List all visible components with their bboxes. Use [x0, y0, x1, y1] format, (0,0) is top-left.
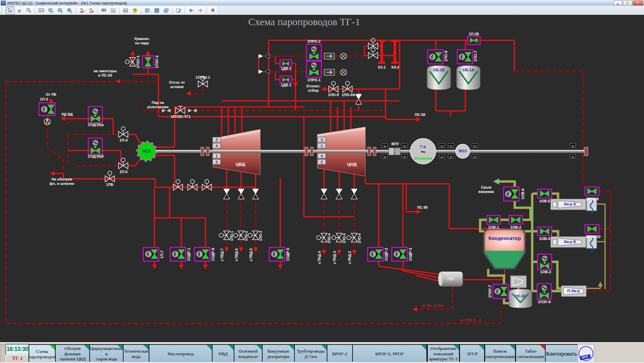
- tab-masloprovod[interactable]: Маслопровод: [149, 344, 213, 363]
- zoom-region-button[interactable]: [46, 6, 55, 14]
- tab-obogrev-flantsev[interactable]: Обогрев фланцев -шпилек ЦВД: [55, 344, 90, 363]
- valve-1ov4[interactable]: [540, 229, 549, 234]
- valve-1ov5[interactable]: [540, 191, 549, 196]
- tab-tsirkulyatsionnaya[interactable]: Циркуляционная и сырая вода: [89, 344, 124, 363]
- print-button[interactable]: [121, 6, 130, 14]
- select-cursor-button[interactable]: [6, 6, 14, 14]
- label-1pd39a: 1ПД(39)а: [88, 123, 104, 127]
- krug-logo-ring: КРУГ: [579, 346, 593, 361]
- krug-logo-button[interactable]: КРУГ: [578, 344, 594, 363]
- valve-1peu2[interactable]: [145, 57, 151, 66]
- label-1p7: 1П-7: [160, 250, 164, 258]
- label-kondensator: Конденсатор: [489, 235, 521, 241]
- valve-1ov1[interactable]: [489, 217, 498, 223]
- pipe-network: ω: [0, 15, 644, 342]
- tab-egsr[interactable]: ЭГСР: [459, 344, 485, 363]
- valve-1po5[interactable]: [332, 233, 342, 242]
- label-vpu: ВПУ: [392, 142, 399, 146]
- pan-hand-button[interactable]: [15, 6, 24, 14]
- back-button[interactable]: [187, 6, 195, 14]
- label-uravnit: Уравнит. по пару: [134, 37, 150, 45]
- find-button[interactable]: [99, 6, 108, 14]
- vacuum-break-arrow: [494, 179, 499, 184]
- label-ps50: ПС-50: [415, 113, 425, 117]
- tab-shema-paroprovodov[interactable]: Схема паропроводов: [29, 344, 56, 363]
- user-logout-button[interactable]: [87, 6, 96, 14]
- valve-drain-b[interactable]: [188, 179, 197, 190]
- valve-1ov2[interactable]: [511, 217, 520, 223]
- tab-brou2[interactable]: БРОУ-2: [327, 344, 353, 363]
- valve-1pd39a[interactable]: [91, 116, 100, 121]
- valve-1p5[interactable]: [119, 158, 128, 169]
- tab-pvd[interactable]: ПВД: [212, 344, 234, 363]
- valve-1pd39b[interactable]: [91, 148, 100, 153]
- valve-hz2-feed[interactable]: [368, 48, 378, 58]
- valve-1po3[interactable]: [248, 231, 259, 240]
- tab-tablo-signalizatsii[interactable]: Табло сигнализации: [515, 344, 546, 363]
- zoom-in-button[interactable]: [65, 6, 74, 14]
- forward-button[interactable]: [196, 6, 205, 14]
- valve-1po6[interactable]: [347, 233, 357, 242]
- label-1opsh1: 1ОПШ-1: [195, 75, 210, 80]
- tab-panel-sinhronizatsii[interactable]: Панель синхронизации: [485, 344, 516, 363]
- zoom-out-button[interactable]: [56, 6, 64, 14]
- ps50-heater[interactable]: [509, 276, 532, 308]
- label-na-ezhektory: на эжекторы и ПС-50: [93, 69, 117, 78]
- svg-text:2: 2: [321, 160, 323, 164]
- tab-osnovnoy-kondensat[interactable]: Основной конденсат: [234, 344, 263, 363]
- label-1peu8: 1ПЭУ-8: [538, 300, 551, 304]
- valve-1ov3[interactable]: [540, 263, 549, 269]
- label-1po2: 1ПО-2: [244, 231, 248, 241]
- valve-1pro2[interactable]: [310, 54, 318, 59]
- tab-otobrazhenie-armatury[interactable]: Отображение показаний арматуры ТГ-1: [427, 344, 460, 363]
- zoom-tool-button[interactable]: [25, 6, 33, 14]
- r-mode-button[interactable]: R: [209, 6, 217, 14]
- valve-1po9[interactable]: [329, 81, 338, 92]
- zoom-1to1-button[interactable]: 1:1: [37, 6, 46, 14]
- valve-drain-c[interactable]: [202, 179, 212, 190]
- label-1odr2: 1ОДР-2: [384, 248, 388, 261]
- valve-1peu10[interactable]: [588, 226, 596, 232]
- valve-1pb[interactable]: [105, 171, 114, 182]
- valve-1po1[interactable]: [219, 231, 230, 240]
- user-login-button[interactable]: [78, 6, 86, 14]
- label-1po6: 1ПО-6: [358, 233, 362, 243]
- tab-brou6-rrou[interactable]: БРОУ-6, РРОУ: [352, 344, 427, 363]
- help-button[interactable]: ?: [131, 6, 139, 14]
- valve-1peu9[interactable]: [588, 189, 596, 194]
- valve-1dv1[interactable]: [283, 78, 289, 82]
- label-hz2: ХЗ-2: [391, 65, 399, 70]
- find-number-button[interactable]: №: [109, 6, 118, 14]
- valve-1po9a[interactable]: [343, 81, 352, 92]
- label-1dv2: 1ДВ-2: [281, 67, 291, 71]
- maximize-button[interactable]: ▢: [623, 0, 632, 6]
- acknowledge-button[interactable]: Квитировать: [545, 344, 578, 363]
- label-rd-vd: РД ВД: [61, 112, 73, 117]
- label-1pb: 1ПБ: [106, 183, 113, 187]
- cascade-windows-button[interactable]: [162, 6, 171, 14]
- valve-1p28[interactable]: [470, 38, 477, 43]
- valve-1peu1[interactable]: [125, 57, 136, 66]
- label-k-pvd7: к ПВД-7: [220, 248, 224, 261]
- close-button[interactable]: ✕: [633, 0, 643, 6]
- valve-1dv2[interactable]: [283, 62, 289, 66]
- tab-vakuumnye-deaeratory[interactable]: Вакуумные деаэраторы: [262, 344, 295, 363]
- taskbar-edge-panel: [1, 344, 4, 363]
- svg-text:?: ?: [134, 9, 136, 12]
- tab-truboprovody-d7ata[interactable]: Трубопроводы Д-7ата: [294, 344, 327, 363]
- tab-tehnicheskaya-voda[interactable]: Техническая вода: [123, 344, 149, 363]
- edit-mode-button[interactable]: [174, 6, 183, 14]
- label-ezhector-b: Эж-р Б: [563, 240, 576, 244]
- valve-1p4[interactable]: [119, 127, 128, 137]
- valve-1po2[interactable]: [234, 231, 244, 240]
- valve-1pro1[interactable]: [310, 70, 318, 75]
- label-k-pnd4: к ПНД-4: [318, 251, 322, 264]
- tile-vertical-button[interactable]: [143, 6, 152, 14]
- check-valve-heating: [356, 94, 362, 104]
- valve-1po4[interactable]: [317, 233, 327, 242]
- toolbar-grip[interactable]: [1, 7, 4, 14]
- minimize-button[interactable]: ▁: [613, 0, 623, 6]
- tile-horizontal-button[interactable]: [152, 6, 161, 14]
- valve-1peu8[interactable]: [540, 293, 549, 298]
- label-ob1b: ОБ-1Б: [433, 68, 445, 72]
